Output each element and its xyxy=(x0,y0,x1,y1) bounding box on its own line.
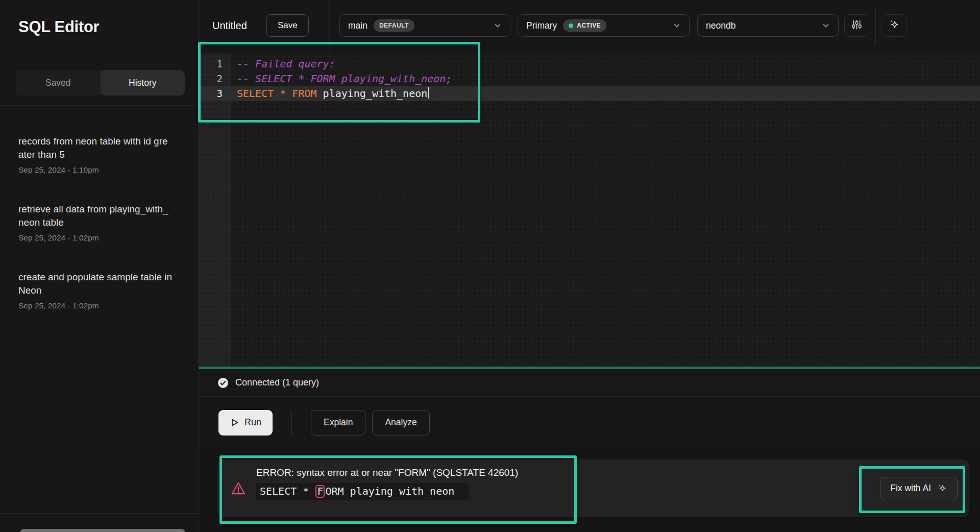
ai-assistant-button[interactable] xyxy=(881,14,906,37)
branch-selector[interactable]: main DEFAULT xyxy=(339,14,510,37)
explain-button[interactable]: Explain xyxy=(311,410,365,436)
history-item-timestamp: Sep 25, 2024 - 1:02pm xyxy=(18,233,184,243)
chevron-down-icon xyxy=(494,21,502,30)
tab-history[interactable]: History xyxy=(101,70,185,95)
editor-toolbar: Untitled Save main DEFAULT Primary ACTIV… xyxy=(199,0,980,54)
code-text: SELECT * FROM playing_with_neon xyxy=(231,86,429,101)
line-number: 1 xyxy=(199,57,231,71)
list-item[interactable]: records from neon table with id greater … xyxy=(18,135,184,175)
settings-sliders-button[interactable] xyxy=(844,14,869,37)
main-pane: Untitled Save main DEFAULT Primary ACTIV… xyxy=(199,0,980,532)
sql-code-editor[interactable]: 1 -- Failed query: 2 -- SELECT * FORM pl… xyxy=(199,54,980,367)
sidebar-header: SQL Editor xyxy=(0,0,198,54)
code-line-2: 2 -- SELECT * FORM playing_with_neon; xyxy=(199,71,980,86)
branch-name: main xyxy=(348,20,368,31)
run-button[interactable]: Run xyxy=(218,410,273,436)
analyze-button[interactable]: Analyze xyxy=(372,410,429,436)
sidebar-tabs: Saved History xyxy=(0,54,198,106)
run-button-label: Run xyxy=(244,417,261,428)
chevron-down-icon xyxy=(673,21,681,30)
code-line-1: 1 -- Failed query: xyxy=(199,57,980,71)
sql-comment: -- Failed query: xyxy=(237,58,335,70)
results-pane: ERROR: syntax error at or near "FORM" (S… xyxy=(199,449,980,532)
history-item-title: retrieve all data from playing_with_neon… xyxy=(18,203,173,229)
warning-triangle-icon xyxy=(231,481,246,496)
play-icon xyxy=(230,418,239,427)
toolbar-divider xyxy=(329,0,330,54)
actions-bar: Run Explain Analyze xyxy=(199,397,980,448)
page-title: SQL Editor xyxy=(18,18,99,36)
sparkles-icon xyxy=(937,483,947,494)
history-item-timestamp: Sep 25, 2024 - 1:10pm xyxy=(18,165,184,175)
sql-keywords: SELECT * FROM xyxy=(237,87,317,100)
code-line-3-active: 3 SELECT * FROM playing_with_neon xyxy=(199,86,980,101)
fix-with-ai-button[interactable]: Fix with AI xyxy=(880,477,958,500)
database-name: neondb xyxy=(706,20,736,31)
sidebar-bottom-element xyxy=(20,529,185,532)
history-item-title: create and populate sample table in Neon xyxy=(18,271,173,297)
code-after: ORM playing_with_neon xyxy=(325,485,454,497)
text-cursor xyxy=(428,87,429,99)
error-highlight: F xyxy=(315,485,325,498)
database-selector[interactable]: neondb xyxy=(697,14,839,37)
line-number: 3 xyxy=(199,86,231,101)
code-text: -- SELECT * FORM playing_with_neon; xyxy=(231,71,452,86)
query-title: Untitled xyxy=(212,14,247,37)
active-dot-icon xyxy=(569,23,573,28)
compute-selector[interactable]: Primary ACTIVE xyxy=(518,14,690,37)
code-before: SELECT * xyxy=(260,485,315,497)
active-badge-label: ACTIVE xyxy=(577,22,601,29)
list-item[interactable]: create and populate sample table in Neon… xyxy=(18,271,184,310)
sliders-icon xyxy=(851,19,863,32)
actions-divider xyxy=(291,410,292,435)
code-text: -- Failed query: xyxy=(231,57,335,71)
connection-statusbar: Connected (1 query) xyxy=(199,369,980,397)
history-item-timestamp: Sep 25, 2024 - 1:02pm xyxy=(18,301,184,310)
line-number: 2 xyxy=(199,71,231,86)
tab-group: Saved History xyxy=(16,70,185,95)
history-list: records from neon table with id greater … xyxy=(0,106,198,310)
chevron-down-icon xyxy=(822,21,830,30)
error-panel: ERROR: syntax error at or near "FORM" (S… xyxy=(217,460,969,517)
error-code-snippet: SELECT * FORM playing_with_neon xyxy=(256,483,469,500)
check-circle-icon xyxy=(217,377,229,389)
connection-status: Connected (1 query) xyxy=(235,377,319,388)
sidebar: SQL Editor Saved History records from ne… xyxy=(0,0,199,532)
list-item[interactable]: retrieve all data from playing_with_neon… xyxy=(18,203,184,243)
error-title: ERROR: syntax error at or near "FORM" (S… xyxy=(256,467,518,478)
error-message: ERROR: syntax error at or near "FORM" (S… xyxy=(256,467,518,500)
default-badge: DEFAULT xyxy=(374,19,414,32)
history-item-title: records from neon table with id greater … xyxy=(18,135,173,161)
active-badge: ACTIVE xyxy=(563,19,606,32)
sidebar-divider xyxy=(0,513,198,514)
fix-with-ai-label: Fix with AI xyxy=(890,483,931,494)
tab-saved[interactable]: Saved xyxy=(16,70,101,95)
save-button[interactable]: Save xyxy=(266,14,309,37)
toolbar-divider xyxy=(875,9,876,45)
sql-comment: -- SELECT * FORM playing_with_neon; xyxy=(237,72,452,85)
compute-name: Primary xyxy=(526,20,557,31)
sql-identifier: playing_with_neon xyxy=(317,87,428,100)
sparkles-icon xyxy=(888,18,900,33)
